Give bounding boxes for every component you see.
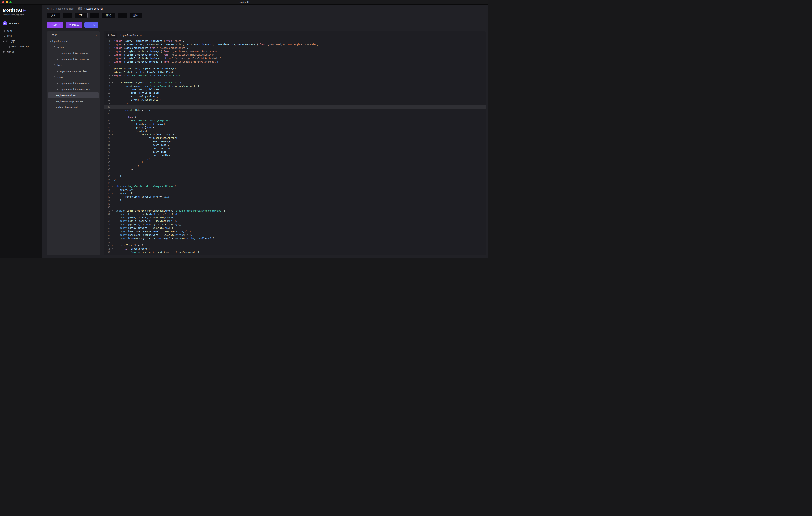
tab-dots-1[interactable]: ...... xyxy=(63,13,72,18)
code-line-25[interactable]: 25 key={config.dsl.name} xyxy=(104,123,486,126)
code-line-11[interactable]: 11▾export class LoginFormBrick extends B… xyxy=(104,74,486,77)
tree-folder-state[interactable]: state xyxy=(48,74,99,80)
code-line-2[interactable]: 2import { AnnMscAction, AnnMscState, Bas… xyxy=(104,43,486,46)
code-line-29[interactable]: 29 _this.sendActionEvent( xyxy=(104,136,486,140)
tree-file-LoginFormBrick.tsx[interactable]: •LoginFormBrick.tsx xyxy=(48,92,99,98)
code-line-24[interactable]: 24 <LoginFormBrickProxyComponent xyxy=(104,119,486,123)
tree-folder-login-form-brick[interactable]: ▾login-form-brick xyxy=(48,38,99,44)
tree-file-LoginFormBrickActionKeys.ts[interactable]: •LoginFormBrickActionKeys.ts xyxy=(48,50,99,56)
code-line-35[interactable]: 35 ); xyxy=(104,157,486,160)
code-line-17[interactable]: 17 ext: config.dsl.ext, xyxy=(104,95,486,98)
tab-version[interactable]: 版本 xyxy=(129,13,142,18)
code-line-46[interactable]: 46 sendAction: (event: any) => void; xyxy=(104,195,486,198)
code-line-12[interactable]: 12 xyxy=(104,77,486,81)
save-button[interactable]: 保存 xyxy=(106,33,117,38)
code-line-59[interactable]: 59 xyxy=(104,240,486,244)
code-line-22[interactable]: 22 xyxy=(104,112,486,115)
code-line-56[interactable]: 56 const [username, setUsername] = useSt… xyxy=(104,230,486,233)
tree-folder-less[interactable]: less xyxy=(48,62,99,68)
more-options-icon[interactable]: ··· xyxy=(94,34,97,36)
code-line-53[interactable]: 53 const [style, setStyle] = useState<an… xyxy=(104,219,486,223)
fold-chevron-icon[interactable]: ▾ xyxy=(110,133,114,136)
tab-docs[interactable]: 文档 xyxy=(47,13,60,18)
fold-chevron-icon[interactable]: ▾ xyxy=(110,247,114,250)
code-line-62[interactable]: 62 Promise.resolve().then(() => initProx… xyxy=(104,250,486,254)
sidebar-item-msce-demo-login[interactable]: msce-demo-login xyxy=(2,44,40,49)
fold-chevron-icon[interactable]: ▾ xyxy=(110,129,114,133)
code-line-14[interactable]: 14▾ const proxy = new MscViewProxy(this.… xyxy=(104,84,486,88)
next-step-button[interactable]: 下一步 xyxy=(84,22,98,28)
tab-test[interactable]: 测试 xyxy=(102,13,115,18)
minimize-window-button[interactable] xyxy=(6,1,8,3)
code-line-43[interactable]: 43▾interface LoginFormBrickProxyComponen… xyxy=(104,185,486,188)
tree-file-LoginFormComponent.tsx[interactable]: •LoginFormComponent.tsx xyxy=(48,98,99,104)
code-line-63[interactable]: 63 } xyxy=(104,254,486,255)
code-line-48[interactable]: 48} xyxy=(104,202,486,206)
tab-code[interactable]: 代码 xyxy=(75,13,88,18)
breadcrumb-views[interactable]: 视图 xyxy=(78,7,83,10)
tree-file-LoginFormBrickActionMode...[interactable]: •LoginFormBrickActionMode... xyxy=(48,56,99,62)
code-line-8[interactable]: 8 xyxy=(104,63,486,67)
code-line-38[interactable]: 38 /> xyxy=(104,167,486,171)
sidebar-item-project[interactable]: ▾ 项目 xyxy=(2,39,40,44)
code-line-55[interactable]: 55 const [data, setData] = useState<any>… xyxy=(104,226,486,230)
fold-chevron-icon[interactable]: ▾ xyxy=(110,74,114,77)
code-line-60[interactable]: 60▾ useEffect(() => { xyxy=(104,244,486,247)
breadcrumb-project[interactable]: 项目 xyxy=(47,7,52,10)
tree-file-login-form-component.less[interactable]: •login-form-component.less xyxy=(48,68,99,74)
code-line-13[interactable]: 13▾ onCreateBrick(config: MscViewMortise… xyxy=(104,81,486,84)
code-line-57[interactable]: 57 const [password, setPassword] = useSt… xyxy=(104,233,486,237)
code-line-61[interactable]: 61▾ if (props.proxy) { xyxy=(104,247,486,250)
code-line-4[interactable]: 4import { LoginFormBrickActionKeys } fro… xyxy=(104,50,486,53)
tree-folder-action[interactable]: action xyxy=(48,44,99,50)
code-line-31[interactable]: 31 event.model, xyxy=(104,143,486,147)
code-line-33[interactable]: 33 event.data, xyxy=(104,150,486,154)
tree-file-mai-mcube-rules.md[interactable]: •mai-mcube-rules.md xyxy=(48,104,99,110)
code-line-51[interactable]: 51 const [install, setInstall] = useStat… xyxy=(104,213,486,216)
code-line-42[interactable]: 42 xyxy=(104,181,486,185)
code-line-40[interactable]: 40 } xyxy=(104,174,486,178)
close-window-button[interactable] xyxy=(2,1,4,3)
code-line-30[interactable]: 30 event.message, xyxy=(104,140,486,143)
code-line-15[interactable]: 15 name: config.dsl.name, xyxy=(104,88,486,91)
code-line-21[interactable]: 21 const _this = this; xyxy=(104,109,486,112)
code-line-32[interactable]: 32 event.receiver, xyxy=(104,147,486,150)
tree-file-LoginFormBrickStateModel.ts[interactable]: •LoginFormBrickStateModel.ts xyxy=(48,86,99,92)
code-line-36[interactable]: 36 } xyxy=(104,160,486,164)
code-line-3[interactable]: 3import LoginFormComponent from './Login… xyxy=(104,46,486,50)
code-line-16[interactable]: 16 data: config.dsl.data, xyxy=(104,91,486,94)
fold-chevron-icon[interactable]: ▾ xyxy=(110,192,114,195)
code-line-34[interactable]: 34 event.callback xyxy=(104,154,486,157)
code-line-50[interactable]: 50▾function LoginFormBrickProxyComponent… xyxy=(104,209,486,213)
code-line-39[interactable]: 39 ); xyxy=(104,171,486,174)
code-line-58[interactable]: 58 const [errorMessage, setErrorMessage]… xyxy=(104,237,486,240)
fold-chevron-icon[interactable]: ▾ xyxy=(110,244,114,247)
code-line-19[interactable]: 19 }); xyxy=(104,102,486,105)
zoom-window-button[interactable] xyxy=(9,1,11,3)
code-line-1[interactable]: 1import React, { useEffect, useState } f… xyxy=(104,39,486,43)
sidebar-item-trash[interactable]: 垃圾箱 xyxy=(2,49,40,54)
code-line-47[interactable]: 47 }; xyxy=(104,199,486,202)
tab-dots-2[interactable]: ...... xyxy=(90,13,99,18)
code-line-26[interactable]: 26 proxy={proxy} xyxy=(104,126,486,129)
code-line-23[interactable]: 23 return ( xyxy=(104,116,486,119)
user-account-row[interactable]: M Mortiser1 › xyxy=(2,20,40,27)
code-line-10[interactable]: 10@AnnMscState(true, LoginFormBrickState… xyxy=(104,71,486,74)
sidebar-item-views[interactable]: 视图 xyxy=(2,28,40,34)
code-line-6[interactable]: 6import { LoginFormBrickActionModel } fr… xyxy=(104,57,486,60)
fold-chevron-icon[interactable]: ▾ xyxy=(110,84,114,88)
code-line-20[interactable]: 20 xyxy=(104,105,486,109)
code-line-27[interactable]: 27▾ sender={{ xyxy=(104,129,486,133)
code-line-54[interactable]: 54 const [gravity, setGravity] = useStat… xyxy=(104,223,486,226)
code-line-7[interactable]: 7import { LoginFormBrickStateModel } fro… xyxy=(104,60,486,63)
code-assistant-button[interactable]: 代码助手 xyxy=(47,22,63,28)
code-editor[interactable]: 1import React, { useEffect, useState } f… xyxy=(104,39,486,255)
fold-chevron-icon[interactable]: ▾ xyxy=(110,185,114,188)
fold-chevron-icon[interactable]: ▾ xyxy=(110,81,114,84)
code-line-52[interactable]: 52 const [hide, setHide] = useState(fals… xyxy=(104,216,486,219)
fold-chevron-icon[interactable]: ▾ xyxy=(110,209,114,213)
code-line-37[interactable]: 37 }} xyxy=(104,164,486,167)
code-line-41[interactable]: 41} xyxy=(104,178,486,181)
code-line-5[interactable]: 5import { LoginFormBrickStateKeys } from… xyxy=(104,53,486,57)
code-line-45[interactable]: 45▾ sender: { xyxy=(104,192,486,195)
